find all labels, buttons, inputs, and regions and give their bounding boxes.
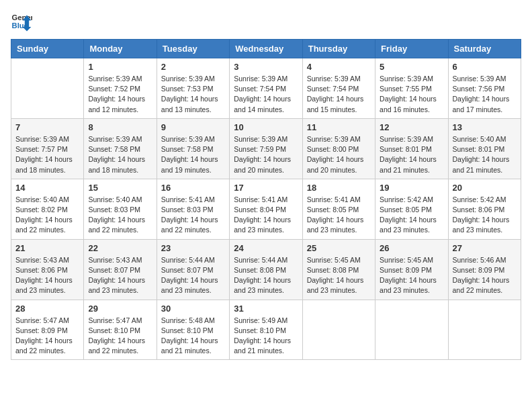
day-info: Sunrise: 5:39 AMSunset: 7:54 PMDaylight:… bbox=[234, 74, 298, 115]
day-info: Sunrise: 5:40 AMSunset: 8:01 PMDaylight:… bbox=[453, 134, 517, 175]
day-cell: 20Sunrise: 5:42 AMSunset: 8:06 PMDayligh… bbox=[448, 179, 521, 239]
day-number: 7 bbox=[15, 122, 79, 132]
day-number: 20 bbox=[453, 183, 517, 193]
day-number: 5 bbox=[380, 62, 443, 72]
day-info: Sunrise: 5:40 AMSunset: 8:02 PMDaylight:… bbox=[15, 195, 79, 236]
day-cell: 11Sunrise: 5:39 AMSunset: 8:00 PMDayligh… bbox=[302, 118, 375, 179]
day-info: Sunrise: 5:39 AMSunset: 7:54 PMDaylight:… bbox=[307, 74, 371, 115]
day-number: 12 bbox=[380, 122, 443, 132]
day-cell: 30Sunrise: 5:48 AMSunset: 8:10 PMDayligh… bbox=[157, 300, 229, 360]
day-info: Sunrise: 5:39 AMSunset: 8:00 PMDaylight:… bbox=[307, 134, 371, 175]
day-info: Sunrise: 5:39 AMSunset: 7:57 PMDaylight:… bbox=[15, 134, 79, 175]
day-cell: 29Sunrise: 5:47 AMSunset: 8:10 PMDayligh… bbox=[84, 300, 157, 360]
day-number: 27 bbox=[453, 243, 517, 253]
day-number: 24 bbox=[234, 243, 298, 253]
day-number: 28 bbox=[15, 304, 79, 314]
week-row-1: 1Sunrise: 5:39 AMSunset: 7:52 PMDaylight… bbox=[11, 58, 521, 119]
day-number: 9 bbox=[161, 122, 225, 132]
day-cell: 19Sunrise: 5:42 AMSunset: 8:05 PMDayligh… bbox=[375, 179, 448, 239]
day-number: 4 bbox=[307, 62, 371, 72]
col-header-monday: Monday bbox=[84, 40, 157, 58]
day-info: Sunrise: 5:47 AMSunset: 8:10 PMDaylight:… bbox=[88, 316, 152, 357]
day-number: 22 bbox=[88, 243, 152, 253]
day-info: Sunrise: 5:44 AMSunset: 8:08 PMDaylight:… bbox=[234, 255, 298, 296]
day-cell: 21Sunrise: 5:43 AMSunset: 8:06 PMDayligh… bbox=[11, 239, 84, 300]
day-info: Sunrise: 5:39 AMSunset: 7:55 PMDaylight:… bbox=[380, 74, 443, 115]
day-number: 19 bbox=[380, 183, 443, 193]
day-info: Sunrise: 5:41 AMSunset: 8:05 PMDaylight:… bbox=[307, 195, 371, 236]
day-number: 14 bbox=[15, 183, 79, 193]
day-info: Sunrise: 5:42 AMSunset: 8:06 PMDaylight:… bbox=[453, 195, 517, 236]
day-cell bbox=[302, 300, 375, 360]
day-info: Sunrise: 5:42 AMSunset: 8:05 PMDaylight:… bbox=[380, 195, 443, 236]
day-cell: 22Sunrise: 5:43 AMSunset: 8:07 PMDayligh… bbox=[84, 239, 157, 300]
day-cell: 3Sunrise: 5:39 AMSunset: 7:54 PMDaylight… bbox=[230, 58, 302, 119]
col-header-thursday: Thursday bbox=[302, 40, 375, 58]
header: General Blue bbox=[11, 11, 521, 32]
week-row-2: 7Sunrise: 5:39 AMSunset: 7:57 PMDaylight… bbox=[11, 118, 521, 179]
svg-text:General: General bbox=[12, 13, 32, 21]
day-info: Sunrise: 5:39 AMSunset: 7:53 PMDaylight:… bbox=[161, 74, 225, 115]
day-cell: 2Sunrise: 5:39 AMSunset: 7:53 PMDaylight… bbox=[157, 58, 229, 119]
day-number: 8 bbox=[88, 122, 152, 132]
day-cell: 14Sunrise: 5:40 AMSunset: 8:02 PMDayligh… bbox=[11, 179, 84, 239]
day-cell: 31Sunrise: 5:49 AMSunset: 8:10 PMDayligh… bbox=[230, 300, 302, 360]
day-cell: 26Sunrise: 5:45 AMSunset: 8:09 PMDayligh… bbox=[375, 239, 448, 300]
day-number: 25 bbox=[307, 243, 371, 253]
day-number: 26 bbox=[380, 243, 443, 253]
logo-icon: General Blue bbox=[11, 11, 32, 32]
day-number: 17 bbox=[234, 183, 298, 193]
day-number: 18 bbox=[307, 183, 371, 193]
day-number: 23 bbox=[161, 243, 225, 253]
day-info: Sunrise: 5:45 AMSunset: 8:08 PMDaylight:… bbox=[307, 255, 371, 296]
day-cell: 10Sunrise: 5:39 AMSunset: 7:59 PMDayligh… bbox=[230, 118, 302, 179]
day-number: 21 bbox=[15, 243, 79, 253]
day-info: Sunrise: 5:48 AMSunset: 8:10 PMDaylight:… bbox=[161, 316, 225, 357]
day-number: 29 bbox=[88, 304, 152, 314]
day-number: 3 bbox=[234, 62, 298, 72]
day-cell: 23Sunrise: 5:44 AMSunset: 8:07 PMDayligh… bbox=[157, 239, 229, 300]
day-number: 30 bbox=[161, 304, 225, 314]
day-number: 11 bbox=[307, 122, 371, 132]
day-info: Sunrise: 5:41 AMSunset: 8:03 PMDaylight:… bbox=[161, 195, 225, 236]
day-cell: 5Sunrise: 5:39 AMSunset: 7:55 PMDaylight… bbox=[375, 58, 448, 119]
day-number: 16 bbox=[161, 183, 225, 193]
day-cell: 1Sunrise: 5:39 AMSunset: 7:52 PMDaylight… bbox=[84, 58, 157, 119]
day-cell bbox=[11, 58, 84, 119]
day-cell: 13Sunrise: 5:40 AMSunset: 8:01 PMDayligh… bbox=[448, 118, 521, 179]
day-cell: 15Sunrise: 5:40 AMSunset: 8:03 PMDayligh… bbox=[84, 179, 157, 239]
day-cell: 9Sunrise: 5:39 AMSunset: 7:58 PMDaylight… bbox=[157, 118, 229, 179]
col-header-friday: Friday bbox=[375, 40, 448, 58]
day-number: 15 bbox=[88, 183, 152, 193]
day-number: 6 bbox=[453, 62, 517, 72]
day-info: Sunrise: 5:40 AMSunset: 8:03 PMDaylight:… bbox=[88, 195, 152, 236]
day-cell: 24Sunrise: 5:44 AMSunset: 8:08 PMDayligh… bbox=[230, 239, 302, 300]
day-cell bbox=[375, 300, 448, 360]
logo: General Blue bbox=[11, 11, 32, 32]
day-cell: 7Sunrise: 5:39 AMSunset: 7:57 PMDaylight… bbox=[11, 118, 84, 179]
day-cell: 28Sunrise: 5:47 AMSunset: 8:09 PMDayligh… bbox=[11, 300, 84, 360]
day-cell: 18Sunrise: 5:41 AMSunset: 8:05 PMDayligh… bbox=[302, 179, 375, 239]
col-header-sunday: Sunday bbox=[11, 40, 84, 58]
day-info: Sunrise: 5:41 AMSunset: 8:04 PMDaylight:… bbox=[234, 195, 298, 236]
calendar-table: SundayMondayTuesdayWednesdayThursdayFrid… bbox=[11, 39, 521, 360]
day-info: Sunrise: 5:45 AMSunset: 8:09 PMDaylight:… bbox=[380, 255, 443, 296]
header-row: SundayMondayTuesdayWednesdayThursdayFrid… bbox=[11, 40, 521, 58]
week-row-4: 21Sunrise: 5:43 AMSunset: 8:06 PMDayligh… bbox=[11, 239, 521, 300]
day-number: 1 bbox=[88, 62, 152, 72]
col-header-saturday: Saturday bbox=[448, 40, 521, 58]
day-info: Sunrise: 5:46 AMSunset: 8:09 PMDaylight:… bbox=[453, 255, 517, 296]
day-info: Sunrise: 5:39 AMSunset: 7:58 PMDaylight:… bbox=[88, 134, 152, 175]
day-number: 13 bbox=[453, 122, 517, 132]
day-cell: 6Sunrise: 5:39 AMSunset: 7:56 PMDaylight… bbox=[448, 58, 521, 119]
day-info: Sunrise: 5:43 AMSunset: 8:07 PMDaylight:… bbox=[88, 255, 152, 296]
day-info: Sunrise: 5:39 AMSunset: 8:01 PMDaylight:… bbox=[380, 134, 443, 175]
day-info: Sunrise: 5:44 AMSunset: 8:07 PMDaylight:… bbox=[161, 255, 225, 296]
week-row-5: 28Sunrise: 5:47 AMSunset: 8:09 PMDayligh… bbox=[11, 300, 521, 360]
day-number: 2 bbox=[161, 62, 225, 72]
day-cell: 8Sunrise: 5:39 AMSunset: 7:58 PMDaylight… bbox=[84, 118, 157, 179]
col-header-tuesday: Tuesday bbox=[157, 40, 229, 58]
day-cell: 4Sunrise: 5:39 AMSunset: 7:54 PMDaylight… bbox=[302, 58, 375, 119]
day-number: 31 bbox=[234, 304, 298, 314]
day-info: Sunrise: 5:47 AMSunset: 8:09 PMDaylight:… bbox=[15, 316, 79, 357]
